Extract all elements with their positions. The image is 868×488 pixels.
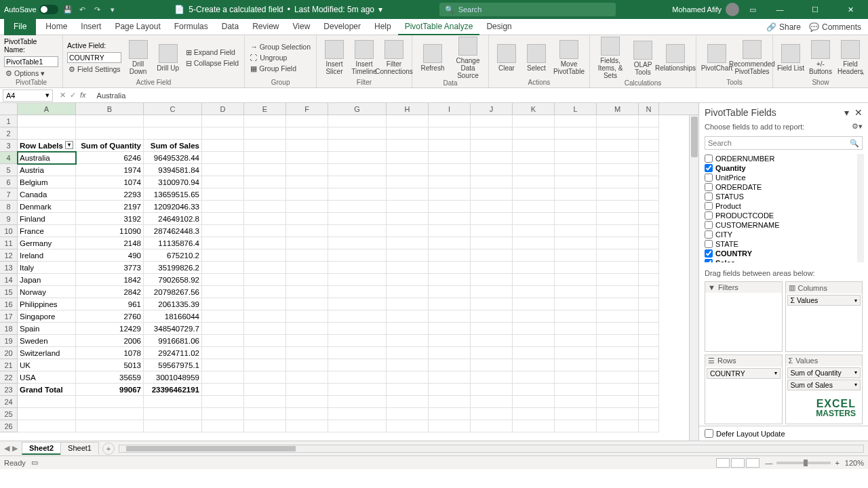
cell[interactable] [513,152,555,164]
cell[interactable] [513,371,555,384]
cell[interactable] [244,176,286,188]
cell[interactable] [429,237,471,249]
cell[interactable] [639,408,659,420]
cell[interactable] [597,225,639,237]
cell[interactable] [513,286,555,298]
row-header-11[interactable]: 11 [0,237,18,249]
cell[interactable] [429,152,471,164]
cell[interactable] [513,225,555,237]
cell[interactable]: Australia [18,152,76,164]
cell[interactable]: 13659515.65 [144,188,202,201]
cell[interactable] [555,335,597,347]
autosave-toggle[interactable]: AutoSave [4,5,58,14]
ribbon-display-icon[interactable]: ▭ [747,4,758,15]
cell[interactable] [639,201,659,213]
cell[interactable] [328,420,387,432]
cell[interactable] [471,237,513,249]
cell[interactable] [471,298,513,310]
cell[interactable] [597,127,639,140]
cell[interactable] [471,225,513,237]
cell[interactable] [471,176,513,188]
cell[interactable]: 20798267.56 [144,286,202,298]
cell[interactable] [202,347,244,359]
cell[interactable]: 35199826.2 [144,262,202,274]
cell[interactable] [328,262,387,274]
cell[interactable] [328,310,387,323]
insert-slicer-button[interactable]: Insert Slicer [321,37,348,79]
row-header-17[interactable]: 17 [0,310,18,323]
cell[interactable]: 2842 [76,286,144,298]
cell[interactable]: 348540729.7 [144,323,202,335]
cell[interactable] [639,213,659,225]
cell[interactable]: 6246 [76,152,144,164]
redo-icon[interactable]: ↷ [92,4,103,15]
cell[interactable] [76,420,144,432]
cell[interactable] [429,310,471,323]
cell[interactable] [555,371,597,384]
cell[interactable] [639,274,659,286]
cell[interactable] [513,115,555,127]
cell[interactable]: Sweden [18,335,76,347]
pane-options-icon[interactable]: ▾ [844,107,849,118]
cell[interactable] [286,274,328,286]
cell[interactable] [513,176,555,188]
row-header-21[interactable]: 21 [0,359,18,371]
cell[interactable] [202,115,244,127]
cell[interactable]: 18166044 [144,310,202,323]
cell[interactable] [328,152,387,164]
cell[interactable] [429,225,471,237]
cell[interactable]: 2197 [76,201,144,213]
cell[interactable] [328,188,387,201]
cell[interactable] [328,127,387,140]
user-account[interactable]: Mohamed Afify [672,3,739,16]
cell[interactable] [429,115,471,127]
cell[interactable] [471,152,513,164]
cell[interactable] [639,225,659,237]
fields-items-sets-button[interactable]: Fields, Items, & Sets [594,37,627,79]
cell[interactable] [202,274,244,286]
horizontal-scrollbar[interactable] [119,445,864,453]
cell[interactable] [597,201,639,213]
cell[interactable]: 2924711.02 [144,347,202,359]
cell[interactable] [555,323,597,335]
cell[interactable]: 675210.2 [144,249,202,262]
clear-button[interactable]: Clear [493,37,520,79]
collapse-ribbon-icon[interactable]: ⌃ [860,72,865,79]
cell[interactable] [471,249,513,262]
cell[interactable] [244,249,286,262]
cell[interactable]: 12092046.33 [144,201,202,213]
cell[interactable] [597,347,639,359]
cell[interactable] [286,310,328,323]
cell[interactable] [597,152,639,164]
cell[interactable] [555,310,597,323]
cell[interactable] [202,359,244,371]
cell[interactable] [471,164,513,176]
cell[interactable] [639,262,659,274]
cell[interactable]: Belgium [18,176,76,188]
cell[interactable]: 3773 [76,262,144,274]
sheet-tab-sheet2[interactable]: Sheet2 [22,442,61,455]
cell[interactable] [513,188,555,201]
field-item-unitprice[interactable]: UnitPrice [705,173,857,182]
row-header-16[interactable]: 16 [0,298,18,310]
col-header-D[interactable]: D [202,103,244,115]
filter-connections-button[interactable]: Filter Connections [380,37,408,79]
col-header-C[interactable]: C [144,103,202,115]
cell[interactable] [286,396,328,408]
cell[interactable] [286,323,328,335]
cell[interactable] [244,225,286,237]
cell[interactable] [513,140,555,152]
cell[interactable] [513,249,555,262]
cell[interactable] [286,359,328,371]
cell[interactable] [387,115,429,127]
cell[interactable] [597,286,639,298]
cell[interactable] [328,298,387,310]
cell[interactable] [555,176,597,188]
cell[interactable] [429,335,471,347]
cell[interactable] [555,408,597,420]
cell[interactable] [429,396,471,408]
cell[interactable] [202,286,244,298]
ribbon-tab-pivottable-analyze[interactable]: PivotTable Analyze [398,19,480,35]
cell[interactable] [471,286,513,298]
cell[interactable]: France [18,225,76,237]
